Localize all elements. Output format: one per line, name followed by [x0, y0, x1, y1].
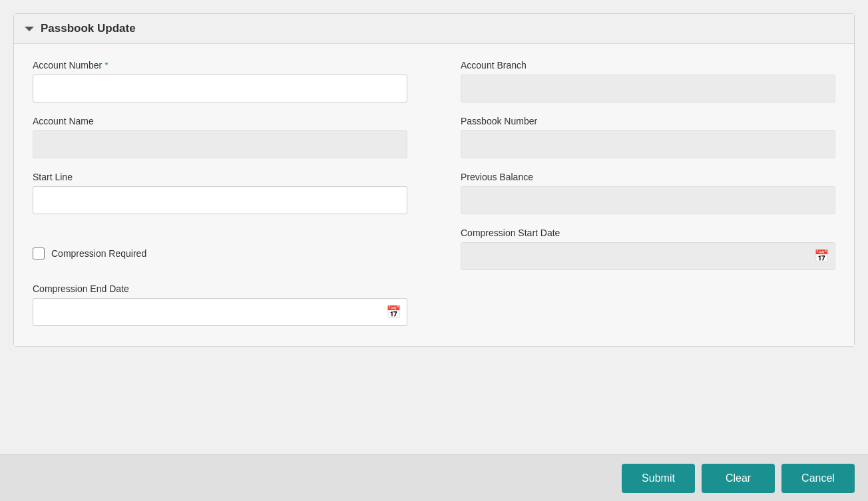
passbook-update-panel: Passbook Update Account Number* Account … [13, 13, 855, 347]
account-number-group: Account Number* [33, 60, 407, 102]
start-line-label: Start Line [33, 172, 407, 182]
compression-start-date-input [461, 242, 835, 270]
account-branch-input [461, 75, 835, 102]
passbook-number-label: Passbook Number [461, 116, 835, 126]
compression-required-checkbox-group: Compression Required [33, 248, 407, 259]
account-number-label: Account Number* [33, 60, 407, 71]
account-branch-group: Account Branch [461, 60, 835, 102]
compression-start-date-group: Compression Start Date 📅 [461, 228, 835, 270]
cancel-button[interactable]: Cancel [781, 464, 855, 493]
previous-balance-group: Previous Balance [461, 172, 835, 214]
account-name-group: Account Name [33, 116, 407, 158]
account-number-input[interactable] [33, 75, 407, 102]
required-star: * [105, 60, 108, 71]
footer: Submit Clear Cancel [0, 454, 868, 501]
compression-end-date-group: Compression End Date 📅 [33, 283, 407, 326]
passbook-number-group: Passbook Number [461, 116, 835, 158]
start-line-input[interactable] [33, 186, 407, 214]
previous-balance-input [461, 186, 835, 214]
compression-start-date-wrapper: 📅 [461, 242, 835, 270]
panel-body: Account Number* Account Branch Account N… [14, 44, 854, 346]
compression-start-date-label: Compression Start Date [461, 228, 835, 238]
passbook-number-input [461, 130, 835, 158]
form-grid: Account Number* Account Branch Account N… [33, 60, 835, 326]
previous-balance-label: Previous Balance [461, 172, 835, 182]
compression-end-date-input[interactable] [33, 298, 407, 326]
compression-end-date-label: Compression End Date [33, 283, 407, 294]
compression-end-date-wrapper: 📅 [33, 298, 407, 326]
account-name-input [33, 130, 407, 158]
account-name-label: Account Name [33, 116, 407, 126]
clear-button[interactable]: Clear [702, 464, 775, 493]
compression-required-checkbox[interactable] [33, 248, 45, 259]
compression-required-group: placeholder Compression Required [33, 228, 407, 270]
panel-header: Passbook Update [14, 14, 854, 44]
compression-required-label: Compression Required [51, 248, 146, 259]
collapse-icon[interactable] [25, 27, 34, 31]
account-branch-label: Account Branch [461, 60, 835, 71]
panel-title: Passbook Update [41, 22, 136, 35]
start-line-group: Start Line [33, 172, 407, 214]
submit-button[interactable]: Submit [622, 464, 695, 493]
